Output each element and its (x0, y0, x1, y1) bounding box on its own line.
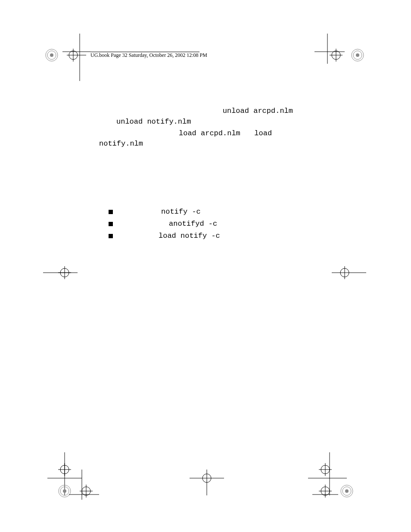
crop-mark-bottom-left (43, 444, 99, 500)
svg-point-15 (356, 53, 359, 57)
header-text: UG.book Page 32 Saturday, October 26, 20… (90, 52, 207, 59)
code-notify-c: notify -c (161, 207, 201, 217)
page-content: unload arcpd.nlm unload notify.nlm load … (99, 106, 323, 243)
code-unload-arcpd: unload arcpd.nlm (223, 107, 293, 115)
code-load-notify-c: load notify -c (159, 231, 220, 241)
crop-mark-top-right (314, 34, 371, 85)
code-anotifyd-c: anotifyd -c (169, 219, 217, 229)
code-unload-notify: unload notify.nlm (116, 118, 191, 126)
list-item: load notify -c (99, 231, 323, 241)
crop-mark-bottom-center (190, 470, 224, 500)
bullet-icon (109, 210, 113, 214)
bullet-icon (109, 234, 113, 238)
code-load-arcpd: load arcpd.nlm (179, 129, 240, 137)
crop-mark-mid-left-line (58, 256, 75, 295)
crop-mark-mid-right (327, 256, 371, 291)
svg-point-2 (50, 53, 53, 57)
list-item: anotifyd -c (99, 219, 323, 229)
crop-mark-top-left (43, 34, 95, 85)
crop-mark-bottom-right (308, 444, 373, 500)
list-item: notify -c (99, 207, 323, 217)
bullet-icon (109, 222, 113, 226)
svg-point-48 (345, 489, 349, 493)
code-load: load (254, 129, 272, 137)
code-notify-nlm: notify.nlm (99, 140, 143, 148)
svg-point-32 (63, 489, 66, 493)
